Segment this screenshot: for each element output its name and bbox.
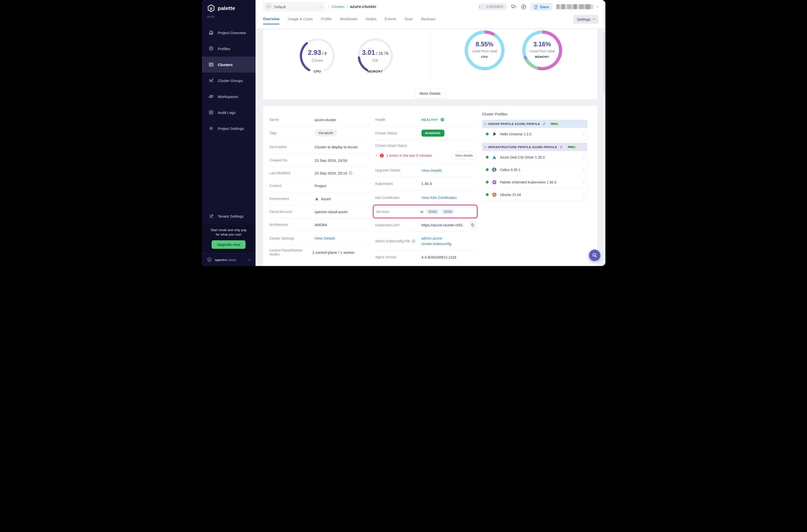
detail-row-cluster-settings: Cluster Settings View Details — [270, 231, 370, 245]
chevron-down-icon — [484, 145, 486, 147]
detail-row-cloud-account: Cloud Account spectro-cloud-azure — [270, 205, 370, 218]
project-selector-value: Default — [274, 5, 317, 9]
collapse-sidebar-icon[interactable] — [249, 258, 251, 261]
detail-row-health: Health HEALTHY — [375, 113, 477, 126]
tab-overview[interactable]: Overview — [263, 17, 280, 24]
status-dot — [486, 168, 489, 171]
spectro-cloud-brand: spectro cloud — [215, 258, 246, 262]
profile-item-hello-universe[interactable]: Hello Universe 1.2.0 — [482, 128, 587, 140]
profile-item-palette-extended-kubernetes[interactable]: Palette eXtended Kubernetes 1.30.4 — [482, 176, 587, 188]
explore-button[interactable] — [520, 4, 527, 10]
settings-label: Settings — [577, 17, 590, 21]
tab-nodes[interactable]: Nodes — [366, 17, 376, 24]
palette-logo[interactable]: p palette — [202, 0, 256, 14]
spectro-cloud-logo-icon — [206, 257, 212, 263]
details-column-middle: Health HEALTHY Cluster Status RUNNING Cl… — [375, 106, 477, 264]
detail-row-description: Description Cluster to deploy to Azure. — [270, 140, 370, 154]
cluster-details-card: Name azure-cluster Tags ms-azure Descrip… — [263, 106, 598, 266]
service-port-link[interactable]: :3000 — [441, 209, 454, 214]
detail-row-cluster-status: Cluster Status RUNNING — [375, 126, 477, 140]
status-badge: RUNNING — [421, 130, 444, 137]
profile-item-azure-disk-csi[interactable]: Azure Disk CSI Driver 1.28.3 — [482, 151, 587, 164]
profile-item-ubuntu[interactable]: Ubuntu 22.04 — [482, 188, 587, 201]
infrastructure-profile-header[interactable]: INFRASTRUCTURE PROFILE AZURE-PROFILE PRO… — [482, 143, 587, 151]
sidebar-item-project-settings[interactable]: Project Settings — [202, 120, 256, 136]
cpu-pct-value: 8.55% — [468, 41, 501, 48]
sidebar-item-label: Tenant Settings — [218, 214, 243, 218]
cluster-name-value: azure-cluster — [315, 118, 336, 122]
status-dot — [486, 193, 489, 196]
sidebar-item-clusters[interactable]: Clusters — [202, 57, 256, 73]
usage-pill: 1.29/100kCh — [479, 3, 507, 10]
search-icon — [592, 252, 598, 258]
hello-universe-icon — [491, 131, 497, 137]
addon-profile-header[interactable]: ADDON PROFILE AZURE-PROFILE PROJ — [482, 120, 587, 128]
profile-item-calico[interactable]: Calico 3.26.1 — [482, 164, 587, 176]
error-message: 1 errors in the last 5 minutes — [386, 154, 449, 157]
docs-button[interactable]: Docs — [531, 3, 552, 11]
sidebar-item-profiles[interactable]: Profiles — [202, 41, 256, 57]
view-details-button[interactable]: View details — [452, 152, 477, 159]
doc-search-icon — [208, 110, 214, 115]
tab-scan[interactable]: Scan — [404, 17, 413, 24]
service-port-link[interactable]: :8080 — [426, 209, 439, 214]
sidebar-item-workspaces[interactable]: Workspaces — [202, 89, 256, 104]
tab-usage-costs[interactable]: Usage & Costs — [288, 17, 313, 24]
promo-line2: for what you use! — [205, 232, 253, 237]
sidebar-item-label: Project Settings — [218, 127, 244, 131]
calico-icon — [491, 167, 497, 173]
tab-profile[interactable]: Profile — [321, 17, 332, 24]
sidebar-item-project-overview[interactable]: Project Overview — [202, 25, 256, 41]
sidebar-item-cluster-groups[interactable]: Cluster Groups — [202, 73, 256, 89]
sidebar-item-audit-logs[interactable]: Audit Logs — [202, 104, 256, 120]
sidebar-item-label: Project Overview — [218, 31, 246, 35]
memory-pct-caption: Used from total — [526, 49, 559, 53]
feedback-button[interactable] — [511, 4, 517, 10]
chevron-right-icon — [582, 181, 584, 183]
cpu-used-value: 2.93 — [308, 49, 321, 56]
sidebar-item-label: Cluster Groups — [218, 78, 243, 83]
app-window: p palette 4.4.19 Project Overview — [202, 0, 605, 266]
azure-icon — [315, 196, 319, 202]
user-menu-chevron-icon[interactable] — [597, 5, 599, 7]
page-title: azure-cluster — [350, 4, 376, 9]
usage-summary-card: 2.93 / 8 Cores CPU 3.01 / 16.76 Gb MEMOR… — [263, 30, 598, 99]
info-icon[interactable] — [349, 171, 353, 175]
kubeconfig-file-link[interactable]: admin.azure- cluster.kubeconfig — [421, 235, 452, 247]
project-selector[interactable]: Default — [263, 2, 325, 12]
cluster-settings-view-details-link[interactable]: View Details — [315, 236, 335, 240]
tab-events[interactable]: Events — [385, 17, 396, 24]
usage-pill-value: 1.29/100kCh — [487, 5, 503, 8]
cpu-gauge: 2.93 / 8 Cores CPU — [297, 36, 337, 76]
memory-pct-value: 3.16% — [526, 41, 559, 48]
view-k8s-certificates-link[interactable]: View K8s Certificates — [421, 195, 457, 200]
breadcrumb-clusters-link[interactable]: Clusters — [332, 5, 344, 9]
detail-row-architecture: Architecture AMD64 — [270, 218, 370, 231]
info-icon[interactable] — [412, 239, 416, 243]
svg-text:p: p — [210, 6, 212, 11]
expand-errors-icon[interactable] — [375, 154, 377, 156]
tab-bar: Overview Usage & Costs Profile Workloads… — [263, 15, 599, 26]
palette-logo-icon: p — [207, 4, 215, 13]
search-fab-button[interactable] — [589, 250, 600, 261]
tab-workloads[interactable]: Workloads — [340, 17, 357, 24]
bar-chart-icon — [208, 30, 214, 35]
tab-backups[interactable]: Backups — [421, 17, 436, 24]
copy-button[interactable] — [469, 221, 477, 229]
scrollbar[interactable] — [603, 0, 605, 266]
chevron-down-icon — [319, 5, 322, 7]
project-selector-icon — [266, 3, 272, 10]
detail-row-tags: Tags ms-azure — [270, 126, 370, 140]
link-icon — [560, 145, 563, 149]
memory-usage-donut: 3.16% Used from total MEMORY — [522, 31, 562, 70]
user-menu[interactable] — [556, 4, 593, 9]
upgrade-now-button[interactable]: Upgrade now — [212, 240, 245, 249]
detail-row-kubernetes-api: Kubernetes API https://azure-cluster-cf4… — [375, 218, 477, 232]
app-version: 4.4.19 — [202, 14, 256, 18]
sidebar-footer: spectro cloud — [202, 253, 256, 266]
upgrade-view-details-link[interactable]: View Details — [421, 168, 442, 172]
more-details-button[interactable]: More Details — [415, 89, 445, 98]
settings-button[interactable]: Settings — [573, 15, 598, 24]
sidebar-item-tenant-settings[interactable]: Tenant Settings — [202, 208, 256, 224]
cluster-profiles-title: Cluster Profiles — [482, 112, 587, 116]
